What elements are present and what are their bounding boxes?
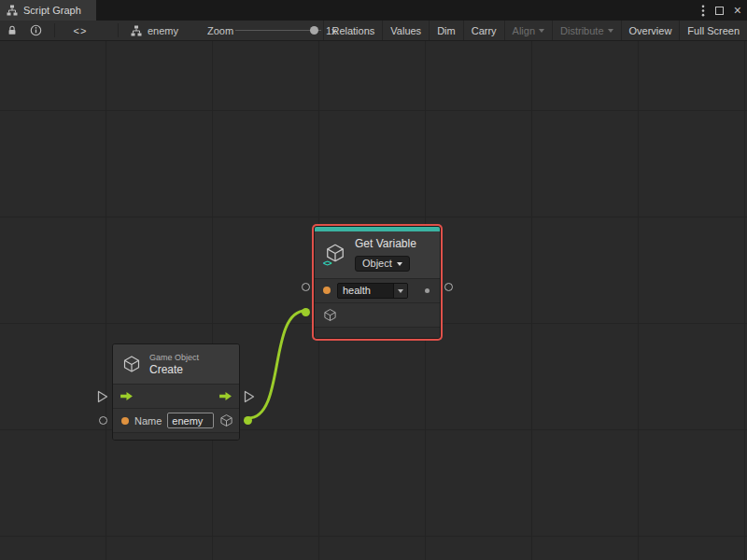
variable-name-dropdown[interactable]: health xyxy=(337,283,408,299)
maximize-icon[interactable] xyxy=(715,7,724,15)
output-port-dot-icon xyxy=(425,288,430,293)
node-footer xyxy=(315,328,440,338)
graph-toolbar: <> enemy Zoom 1x Relations Values Dim Ca… xyxy=(0,21,747,41)
flow-in-arrow-icon xyxy=(120,391,134,401)
variable-scope-dropdown[interactable]: Object xyxy=(355,256,410,272)
node-footer xyxy=(113,433,239,440)
close-icon[interactable]: × xyxy=(734,4,741,17)
graph-name: enemy xyxy=(148,25,178,36)
zoom-slider-knob[interactable] xyxy=(310,26,318,35)
chevron-down-icon xyxy=(539,29,544,35)
value-port-dot-icon xyxy=(121,417,129,425)
toolbar-separator xyxy=(118,23,119,37)
lock-icon[interactable] xyxy=(5,21,20,40)
chevron-down-icon xyxy=(397,262,402,269)
variable-scope: Object xyxy=(362,258,392,269)
game-object-icon xyxy=(122,355,141,373)
tab-title: Script Graph xyxy=(23,5,81,16)
window-controls: × xyxy=(701,0,741,21)
tab-script-graph[interactable]: Script Graph xyxy=(0,0,96,21)
get-variable-icon: <> xyxy=(325,243,347,265)
zoom-slider[interactable] xyxy=(235,21,321,40)
code-badge-icon: <> xyxy=(323,259,331,268)
variable-name-row: health xyxy=(315,279,440,303)
name-label: Name xyxy=(134,415,162,427)
toolbar-separator xyxy=(54,23,55,37)
value-input-port[interactable] xyxy=(302,283,310,291)
control-output-port[interactable] xyxy=(244,390,255,403)
zoom-label: Zoom xyxy=(207,21,233,40)
game-object-output-icon xyxy=(219,413,233,427)
align-button[interactable]: Align xyxy=(504,21,552,40)
node-category: Game Object xyxy=(149,353,199,362)
chevron-down-icon xyxy=(393,284,407,298)
menu-kebab-icon[interactable] xyxy=(701,5,705,17)
info-icon[interactable] xyxy=(28,21,43,40)
node-get-variable-header[interactable]: <> Get Variable Object xyxy=(315,231,440,279)
variable-name: health xyxy=(338,284,393,298)
graph-icon xyxy=(131,25,142,36)
graph-icon xyxy=(7,5,18,16)
object-input-port[interactable] xyxy=(302,308,310,316)
value-output-port[interactable] xyxy=(444,283,453,291)
distribute-button[interactable]: Distribute xyxy=(552,21,620,40)
node-get-variable[interactable]: <> Get Variable Object health xyxy=(314,226,441,339)
value-port-dot-icon xyxy=(323,287,331,294)
game-object-input-icon xyxy=(323,308,337,322)
relations-button[interactable]: Relations xyxy=(323,21,382,40)
control-flow-row xyxy=(113,385,239,409)
connection-wire[interactable] xyxy=(248,311,305,418)
graph-canvas[interactable]: Game Object Create Name <> xyxy=(0,41,747,560)
name-input[interactable] xyxy=(167,413,214,428)
window-titlebar: Script Graph × xyxy=(0,0,747,21)
chevron-down-icon xyxy=(608,29,613,35)
dim-button[interactable]: Dim xyxy=(429,21,463,40)
node-create-header[interactable]: Game Object Create xyxy=(113,344,239,385)
game-object-output-port[interactable] xyxy=(244,416,252,425)
toolbar-buttons: Relations Values Dim Carry Align Distrib… xyxy=(323,21,747,40)
code-view-icon[interactable]: <> xyxy=(69,21,92,40)
control-input-port[interactable] xyxy=(97,390,108,403)
values-button[interactable]: Values xyxy=(382,21,429,40)
zoom-slider-track xyxy=(235,30,321,31)
full-screen-button[interactable]: Full Screen xyxy=(679,21,747,40)
object-input-row xyxy=(315,303,440,328)
carry-button[interactable]: Carry xyxy=(463,21,504,40)
node-create-game-object[interactable]: Game Object Create Name xyxy=(112,343,240,441)
name-parameter-row: Name xyxy=(113,409,239,433)
value-input-port[interactable] xyxy=(99,416,107,425)
flow-out-arrow-icon xyxy=(218,391,233,401)
overview-button[interactable]: Overview xyxy=(621,21,680,40)
node-title: Create xyxy=(149,363,199,376)
graph-reference[interactable]: enemy xyxy=(131,21,178,40)
node-title: Get Variable xyxy=(355,237,416,250)
